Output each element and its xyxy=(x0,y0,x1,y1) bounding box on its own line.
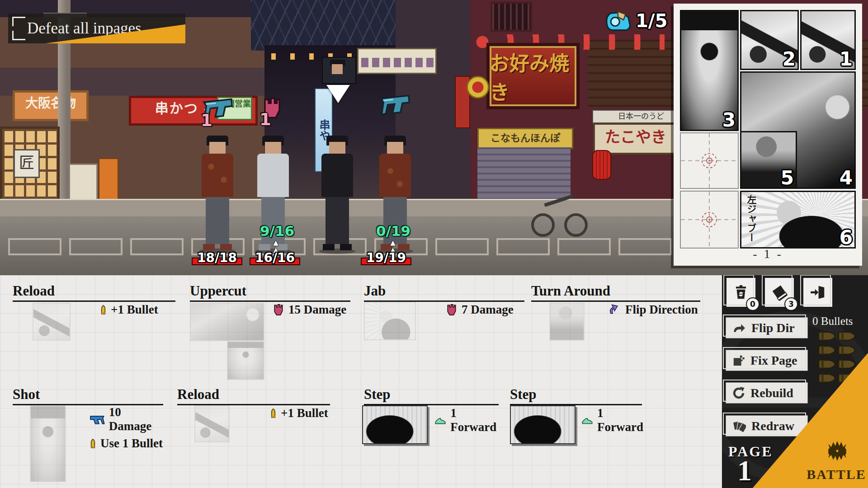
card-title: Uppercut xyxy=(190,284,350,298)
fist-icon xyxy=(273,303,284,316)
card-step-1[interactable]: Step 1 Forward xyxy=(364,387,499,405)
card-art xyxy=(362,405,428,444)
panel-number: 2 xyxy=(783,50,796,69)
card-jab[interactable]: Jab 7 Damage xyxy=(364,284,524,302)
enemy-3-intent xyxy=(380,93,419,122)
tape-icon xyxy=(605,9,633,33)
card-uppercut[interactable]: Uppercut 15 Damage xyxy=(190,284,350,302)
battle-label: BATTLE xyxy=(806,467,867,482)
pistol-icon xyxy=(90,414,105,425)
floor-cell[interactable] xyxy=(618,238,672,255)
bg-aframe-sign xyxy=(69,164,98,203)
trash-recycle-icon xyxy=(732,284,750,301)
card-title: Jab xyxy=(364,284,524,298)
card-turn-around[interactable]: Turn Around Flip Direction xyxy=(531,284,700,302)
page-number: 1 xyxy=(737,454,752,488)
panel-caption: 左ジャブー xyxy=(744,195,758,242)
card-effect: Flip Direction xyxy=(625,303,698,317)
empty-panel-slot[interactable] xyxy=(680,132,739,189)
card-effect: +1 Bullet xyxy=(281,406,328,420)
bg-window xyxy=(491,2,532,32)
enemy-2-predicted-hp: 9/16 ▲▲ xyxy=(260,223,292,239)
crosshair-icon xyxy=(681,133,738,188)
enemy-1-hp-bar: 18/18 xyxy=(192,253,242,267)
card-effect: 1 Forward xyxy=(597,406,645,434)
player-arrow-icon xyxy=(326,85,350,103)
card-step-2[interactable]: Step 1 Forward xyxy=(510,387,642,405)
card-art xyxy=(364,302,416,340)
red-lantern xyxy=(592,150,611,180)
empty-panel-slot[interactable] xyxy=(680,191,739,249)
card-title: Step xyxy=(510,387,642,401)
rebuild-button[interactable]: Rebuild xyxy=(726,382,808,404)
card-art xyxy=(190,303,264,341)
manga-panel-5[interactable]: 5 xyxy=(740,131,797,189)
undo-arrow-icon xyxy=(732,322,746,334)
spent-bullet-icon xyxy=(818,344,836,356)
fix-page-button[interactable]: Fix Page xyxy=(726,350,808,371)
shoe-icon xyxy=(434,416,446,425)
exit-button[interactable] xyxy=(803,278,832,307)
floor-cell[interactable] xyxy=(435,238,489,255)
spent-bullet-icon xyxy=(818,330,836,342)
player-marker xyxy=(319,57,357,116)
battle-fists-icon xyxy=(822,436,852,468)
redraw-button[interactable]: Redraw xyxy=(726,415,808,436)
card-effect: +1 Bullet xyxy=(111,303,158,317)
manga-panel-1[interactable]: 1 xyxy=(800,10,856,70)
card-art xyxy=(549,303,585,341)
floor-cell[interactable] xyxy=(69,238,123,255)
bullet-icon xyxy=(100,305,107,315)
bg-shutter xyxy=(477,147,571,202)
card-reload-1[interactable]: Reload +1 Bullet xyxy=(13,284,175,302)
deck-button[interactable]: 3 xyxy=(765,278,794,307)
spent-bullet-icon xyxy=(838,358,856,370)
bg-arcade-arch-sign xyxy=(357,48,437,74)
shoe-icon xyxy=(581,416,593,425)
refresh-icon xyxy=(732,387,745,399)
button-label: Flip Dir xyxy=(751,321,795,335)
discard-pile-button[interactable]: 0 xyxy=(726,278,755,307)
bullets-count-label: 0 Bullets xyxy=(812,315,853,328)
enemy-3-hp-bar: 19/19 xyxy=(361,253,411,267)
panel-number: 5 xyxy=(781,169,794,188)
right-sidebar: 0 3 0 Bullets xyxy=(722,275,868,488)
tape-counter-value: 1/5 xyxy=(636,10,667,31)
manga-page: 3 2 1 4 5 xyxy=(674,4,862,266)
flip-dir-button[interactable]: Flip Dir xyxy=(726,317,808,338)
enemy-unit-1[interactable] xyxy=(198,136,237,254)
spent-bullet-icon xyxy=(838,330,856,342)
deck-count-badge: 3 xyxy=(784,297,798,311)
manga-panel-3[interactable]: 3 xyxy=(680,10,739,131)
sign-okonomiyaki: お好み焼き xyxy=(486,43,580,109)
card-reload-2[interactable]: Reload +1 Bullet xyxy=(177,387,330,405)
panel-number: 4 xyxy=(840,169,853,188)
bicycle xyxy=(531,195,588,237)
objective-banner: Defeat all in 5 pages xyxy=(8,14,185,43)
card-art xyxy=(33,303,71,341)
player-unit[interactable] xyxy=(317,136,357,254)
intent-value: 1 xyxy=(201,111,212,130)
floor-cell[interactable] xyxy=(8,238,61,255)
spent-bullet-icon xyxy=(818,358,836,370)
manga-panel-2[interactable]: 2 xyxy=(740,10,799,70)
floor-cell[interactable] xyxy=(130,238,184,255)
card-art xyxy=(227,341,264,380)
card-title: Reload xyxy=(177,387,330,401)
bg-round-sign xyxy=(467,76,489,99)
panel-number: 3 xyxy=(722,111,736,130)
floor-cell[interactable] xyxy=(496,238,550,255)
card-shot[interactable]: Shot 10 Damage Use 1 Bullet xyxy=(13,387,163,405)
bullet-icon xyxy=(270,408,277,419)
cards-fan-icon xyxy=(732,420,746,432)
tape-counter: 1/5 xyxy=(605,9,667,33)
panel-number: 6 xyxy=(840,228,853,247)
door-exit-icon xyxy=(809,284,826,301)
card-effect: 1 Forward xyxy=(450,406,499,434)
card-effect: Use 1 Bullet xyxy=(100,436,163,450)
floor-cell[interactable] xyxy=(557,238,611,255)
card-title: Shot xyxy=(13,387,163,401)
pistol-icon xyxy=(379,91,413,116)
button-label: Redraw xyxy=(751,419,794,433)
manga-panel-6[interactable]: 左ジャブー 6 xyxy=(740,191,856,249)
